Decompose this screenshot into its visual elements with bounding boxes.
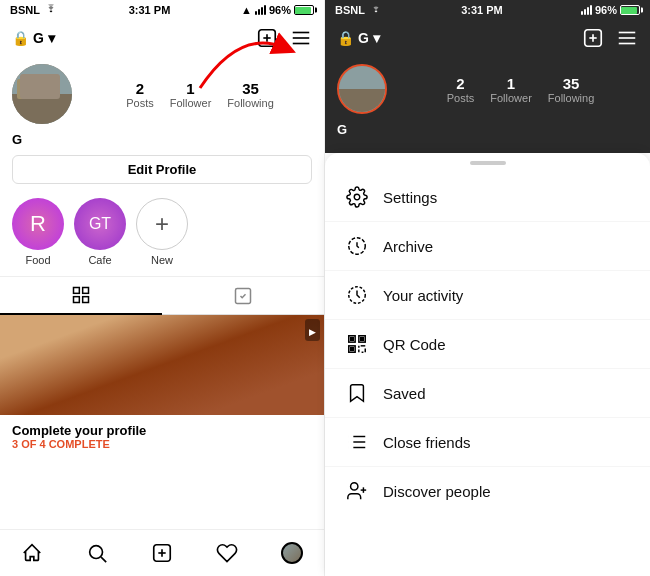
battery-icon xyxy=(294,5,314,15)
add-post-icon[interactable] xyxy=(256,27,278,49)
chevron-right: ▾ xyxy=(373,30,380,46)
username-label: G xyxy=(33,30,44,46)
battery-icon-right xyxy=(620,5,640,15)
svg-rect-10 xyxy=(74,288,80,294)
stats-row-left: 2 Posts 1 Follower 35 Following xyxy=(88,80,312,109)
qr-icon xyxy=(345,332,369,356)
complete-title: Complete your profile xyxy=(12,423,312,438)
post-badge: ▶ xyxy=(309,327,316,337)
highlight-circle-new[interactable]: + xyxy=(136,198,188,250)
menu-item-saved[interactable]: Saved xyxy=(325,369,650,418)
nav-search[interactable] xyxy=(77,538,117,568)
profile-section-right: 2 Posts 1 Follower 35 Following xyxy=(325,56,650,122)
nav-heart[interactable] xyxy=(207,538,247,568)
activity-label: Your activity xyxy=(383,287,463,304)
followers-count-right: 1 xyxy=(507,75,515,92)
close-friends-label: Close friends xyxy=(383,434,471,451)
tab-tagged[interactable] xyxy=(162,277,324,314)
top-nav-right: 🔒 G ▾ xyxy=(325,20,650,56)
signal-right xyxy=(581,5,592,15)
complete-profile-section: Complete your profile 3 OF 4 COMPLETE xyxy=(0,415,324,458)
avatar-right xyxy=(337,64,387,114)
menu-item-archive[interactable]: Archive xyxy=(325,222,650,271)
highlight-food[interactable]: R Food xyxy=(12,198,64,266)
tab-grid[interactable] xyxy=(0,277,162,315)
chevron-down-icon: ▾ xyxy=(48,30,55,46)
followers-stat-right: 1 Follower xyxy=(490,75,532,104)
menu-item-close-friends[interactable]: Close friends xyxy=(325,418,650,467)
highlight-label-food: Food xyxy=(25,254,50,266)
settings-label: Settings xyxy=(383,189,437,206)
following-count: 35 xyxy=(242,80,259,97)
highlight-label-cafe: Cafe xyxy=(88,254,111,266)
archive-icon xyxy=(345,234,369,258)
time-right: 3:31 PM xyxy=(461,4,503,16)
menu-item-settings[interactable]: Settings xyxy=(325,173,650,222)
svg-rect-11 xyxy=(83,288,89,294)
left-panel: BSNL 3:31 PM ▲ 96% 🔒 xyxy=(0,0,325,576)
nav-username: 🔒 G ▾ xyxy=(12,30,55,46)
profile-section-left: 2 Posts 1 Follower 35 Following xyxy=(0,56,324,132)
bottom-sheet-menu: Settings Archive Your activity xyxy=(325,153,650,576)
avatar-left xyxy=(12,64,72,124)
activity-icon xyxy=(345,283,369,307)
saved-label: Saved xyxy=(383,385,426,402)
svg-rect-9 xyxy=(20,74,60,99)
highlights-row: R Food GT Cafe + New xyxy=(0,188,324,276)
add-icon-right[interactable] xyxy=(582,27,604,49)
status-left: BSNL xyxy=(10,4,58,16)
username-label-right: G xyxy=(358,30,369,46)
svg-rect-35 xyxy=(351,338,354,341)
posts-label: Posts xyxy=(126,97,154,109)
carrier-text-right: BSNL xyxy=(335,4,365,16)
menu-item-qr[interactable]: QR Code xyxy=(325,320,650,369)
posts-count: 2 xyxy=(136,80,144,97)
svg-line-16 xyxy=(101,557,106,562)
highlight-circle-cafe[interactable]: GT xyxy=(74,198,126,250)
svg-point-29 xyxy=(354,194,360,200)
battery-text-right: 96% xyxy=(595,4,617,16)
menu-icon[interactable] xyxy=(290,27,312,49)
menu-icon-right[interactable] xyxy=(616,27,638,49)
svg-point-49 xyxy=(351,483,358,490)
menu-item-activity[interactable]: Your activity xyxy=(325,271,650,320)
posts-label-right: Posts xyxy=(447,92,475,104)
highlight-new[interactable]: + New xyxy=(136,198,188,266)
settings-icon xyxy=(345,185,369,209)
posts-stat-right: 2 Posts xyxy=(447,75,475,104)
complete-subtitle: 3 OF 4 COMPLETE xyxy=(12,438,312,450)
status-right: ▲ 96% xyxy=(241,4,314,16)
top-nav-left: 🔒 G ▾ xyxy=(0,20,324,56)
sheet-handle xyxy=(470,161,506,165)
lock-icon-right: 🔒 xyxy=(337,30,354,46)
post-thumbnail: ▶ xyxy=(0,315,324,415)
following-stat-right: 35 Following xyxy=(548,75,594,104)
highlight-label-new: New xyxy=(151,254,173,266)
bookmark-icon xyxy=(345,381,369,405)
post-image xyxy=(0,315,324,415)
posts-stat: 2 Posts xyxy=(126,80,154,109)
following-stat: 35 Following xyxy=(227,80,273,109)
nav-home[interactable] xyxy=(12,538,52,568)
status-bar-right: BSNL 3:31 PM 96% xyxy=(325,0,650,20)
following-label: Following xyxy=(227,97,273,109)
add-person-icon xyxy=(345,479,369,503)
right-dark-header: BSNL 3:31 PM 96% xyxy=(325,0,650,153)
nav-profile[interactable] xyxy=(272,538,312,568)
highlight-cafe[interactable]: GT Cafe xyxy=(74,198,126,266)
nav-add[interactable] xyxy=(142,538,182,568)
menu-item-discover[interactable]: Discover people xyxy=(325,467,650,515)
right-panel: BSNL 3:31 PM 96% xyxy=(325,0,650,576)
followers-count: 1 xyxy=(186,80,194,97)
highlight-circle-food[interactable]: R xyxy=(12,198,64,250)
svg-rect-37 xyxy=(351,348,354,351)
tabs-row xyxy=(0,276,324,315)
archive-label: Archive xyxy=(383,238,433,255)
list-icon xyxy=(345,430,369,454)
svg-rect-36 xyxy=(361,338,364,341)
status-bar-left: BSNL 3:31 PM ▲ 96% xyxy=(0,0,324,20)
status-right-right: 96% xyxy=(581,4,640,16)
status-left-right: BSNL xyxy=(335,4,383,16)
edit-profile-button[interactable]: Edit Profile xyxy=(12,155,312,184)
bottom-nav-left xyxy=(0,529,324,576)
